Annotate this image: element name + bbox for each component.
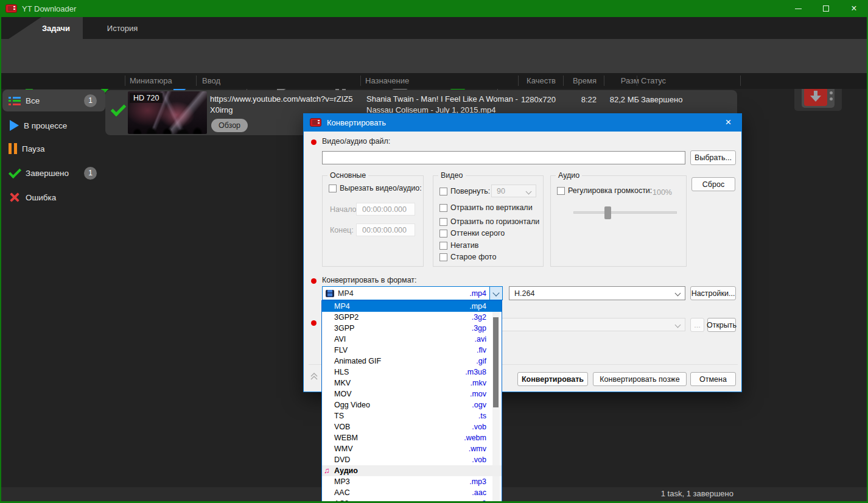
grayscale-checkbox[interactable]: Оттенки серого xyxy=(439,229,505,237)
codec-settings-button[interactable]: Настройки... xyxy=(690,286,736,300)
sidebar-item-completed[interactable]: Завершено 1 xyxy=(2,162,105,184)
sidebar-item-in-progress[interactable]: В процессе xyxy=(2,114,105,136)
close-button[interactable]: × xyxy=(840,0,868,17)
dropdown-item[interactable]: MP4.mp4 xyxy=(322,301,502,312)
browse-folder-button: ... xyxy=(690,318,704,332)
dropdown-item[interactable]: HLS.m3u8 xyxy=(322,367,502,378)
format-name: 3GPP2 xyxy=(334,313,359,322)
tv-body-icon xyxy=(802,86,835,108)
browse-button[interactable]: Обзор xyxy=(211,119,248,132)
dropdown-item[interactable]: Animated GIF.gif xyxy=(322,356,502,367)
required-dot-icon xyxy=(311,139,317,145)
collapse-double-chevron-icon[interactable] xyxy=(309,371,320,382)
convert-later-button[interactable]: Конвертировать позже xyxy=(593,372,687,386)
column-header-size[interactable]: Разм xyxy=(605,76,639,85)
file-path-input[interactable] xyxy=(322,151,685,164)
dropdown-items-container: MP4.mp43GPP2.3g23GPP.3gpAVI.aviFLV.flvAn… xyxy=(322,301,502,503)
reset-button[interactable]: Сброс xyxy=(691,177,735,191)
dropdown-item[interactable]: Ogg Video.ogv xyxy=(322,399,502,410)
dropdown-item[interactable]: WEBM.webm xyxy=(322,432,502,443)
checkbox-icon[interactable] xyxy=(557,187,565,195)
format-selected-value: MP4 xyxy=(338,289,354,298)
negative-checkbox[interactable]: Негатив xyxy=(439,241,478,250)
volume-slider-handle[interactable] xyxy=(604,206,611,219)
sidebar-item-paused[interactable]: Пауза xyxy=(2,138,105,160)
column-header-destination[interactable]: Назначение xyxy=(365,76,409,85)
format-extension: .vob xyxy=(472,421,486,432)
dropdown-scrollbar-thumb[interactable] xyxy=(493,317,499,407)
checkbox-icon[interactable] xyxy=(439,253,447,261)
checkbox-icon[interactable] xyxy=(439,218,447,226)
yt-downloader-window: { "colors": { "accent_green": "#0f7b0f",… xyxy=(0,0,868,503)
format-select[interactable]: MP4 .mp4 xyxy=(322,286,503,300)
old-photo-checkbox[interactable]: Старое фото xyxy=(439,253,496,261)
column-header-thumbnail[interactable]: Миниатюра xyxy=(130,76,172,85)
dropdown-item[interactable]: VOB.vob xyxy=(322,421,502,432)
dropdown-item[interactable]: 3GPP.3gp xyxy=(322,323,502,334)
format-extension: .mkv xyxy=(471,378,486,389)
format-chevron-down-button[interactable] xyxy=(489,287,502,300)
convert-button[interactable]: Конвертировать xyxy=(517,372,588,386)
maximize-button[interactable] xyxy=(812,0,840,17)
cut-video-checkbox[interactable]: Вырезать видео/аудио: xyxy=(329,184,422,192)
format-extension: .mp3 xyxy=(469,476,486,487)
format-name: WMV xyxy=(334,445,353,453)
format-extension: .3gp xyxy=(472,323,486,334)
sidebar-item-all[interactable]: Все 1 xyxy=(2,90,105,111)
volume-checkbox[interactable]: Регулировка громкости: xyxy=(557,186,652,195)
flip-vertical-checkbox[interactable]: Отразить по вертикали xyxy=(439,203,533,212)
checkbox-icon[interactable] xyxy=(439,230,447,237)
tab-tasks[interactable]: Задачи xyxy=(9,17,83,39)
format-extension: .vob xyxy=(472,454,486,465)
column-header-quality[interactable]: Качеств xyxy=(519,76,556,85)
format-extension: .ts xyxy=(478,410,486,421)
checkbox-icon[interactable] xyxy=(329,185,337,192)
tab-history[interactable]: История xyxy=(83,17,162,39)
dropdown-item[interactable]: MP3.mp3 xyxy=(322,476,502,487)
column-header-status[interactable]: Статус xyxy=(641,76,666,85)
open-folder-button[interactable]: Открыть xyxy=(707,318,736,332)
video-thumbnail[interactable]: HD 720 xyxy=(128,91,207,134)
checkbox-icon[interactable] xyxy=(439,204,447,212)
codec-select[interactable]: H.264 xyxy=(509,286,685,300)
dropdown-item[interactable]: MKV.mkv xyxy=(322,378,502,389)
dropdown-item[interactable]: WMV.wmv xyxy=(322,443,502,454)
format-name: Ogg Video xyxy=(334,401,370,409)
format-extension: .avi xyxy=(475,334,486,345)
dialog-titlebar[interactable]: Конвертировать xyxy=(303,113,742,132)
format-name: TS xyxy=(334,412,344,420)
checkbox-icon[interactable] xyxy=(439,242,447,250)
start-time-field: 00:00:00.000 xyxy=(356,203,415,216)
dropdown-item[interactable]: AVI.avi xyxy=(322,334,502,345)
minimize-icon xyxy=(795,9,802,9)
required-dot-icon xyxy=(311,278,317,284)
cancel-button[interactable]: Отмена xyxy=(690,372,736,386)
format-name: DVD xyxy=(334,456,350,464)
window-title: YT Downloader xyxy=(22,4,76,13)
dropdown-item[interactable]: DVD.vob xyxy=(322,454,502,465)
choose-file-button[interactable]: Выбрать... xyxy=(690,150,736,165)
dropdown-item[interactable]: 3GPP2.3g2 xyxy=(322,312,502,323)
dropdown-group-header[interactable]: ♫Аудио xyxy=(322,465,502,476)
dialog-close-button[interactable]: × xyxy=(715,113,742,132)
toolbar: Ссылка + Загрузка + Конвертация Старт вс… xyxy=(0,39,868,73)
column-header-input[interactable]: Ввод xyxy=(202,76,220,85)
rotate-checkbox[interactable]: Повернуть: xyxy=(439,187,490,195)
film-strip-icon xyxy=(326,290,334,297)
dropdown-item[interactable]: TS.ts xyxy=(322,410,502,421)
format-name: FLV xyxy=(334,346,348,354)
volume-slider-track[interactable] xyxy=(573,211,677,214)
sidebar-item-error[interactable]: Ошибка xyxy=(2,186,105,208)
checkmark-icon xyxy=(9,167,21,178)
dropdown-item[interactable]: FLV.flv xyxy=(322,345,502,356)
dropdown-item[interactable]: MOV.mov xyxy=(322,389,502,399)
dropdown-item[interactable]: AAC.aac xyxy=(322,487,502,498)
flip-horizontal-checkbox[interactable]: Отразить по горизонтали xyxy=(439,217,539,226)
format-selected-ext: .mp4 xyxy=(469,289,486,298)
column-header-time[interactable]: Время xyxy=(564,76,597,85)
checkbox-icon[interactable] xyxy=(439,188,447,195)
minimize-button[interactable] xyxy=(784,0,812,17)
format-extension: .m3u8 xyxy=(465,367,486,378)
filesize-value: 82,2 МБ xyxy=(597,95,639,104)
group-video-title: Видео xyxy=(438,171,466,180)
